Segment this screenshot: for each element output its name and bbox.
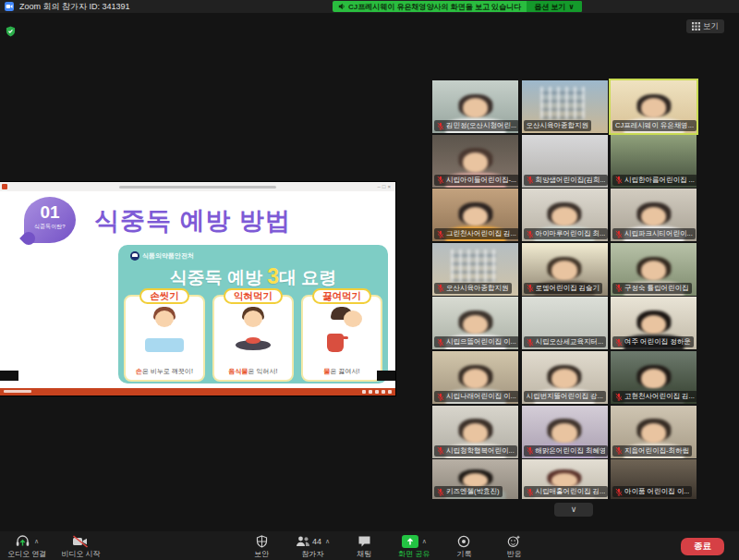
end-meeting-button[interactable]: 종료 (681, 538, 724, 555)
participant-tile[interactable]: 그린천사어린이집 김... (432, 189, 518, 241)
chat-button[interactable]: 채팅 (348, 534, 380, 559)
building-facade (451, 250, 495, 282)
participant-tile[interactable]: 로뎀어린이집 김슬기 (522, 243, 608, 296)
more-participants-button[interactable]: ∨ (554, 503, 593, 517)
join-audio-button[interactable]: ∧ 오디오 연결 (7, 534, 46, 559)
banner-options-button[interactable]: 옵션 보기 ∨ (527, 1, 582, 12)
participant-tile[interactable]: 오산시육아종합지원 (432, 243, 518, 296)
participant-name: 시립아이들어린이집-... (446, 176, 516, 185)
participant-tile[interactable]: 지음어린이집-최하림 (611, 406, 697, 458)
participant-tile[interactable]: 구정숙 튤립어린이집 (611, 243, 697, 296)
share-options-caret[interactable]: ∧ (422, 538, 427, 545)
participant-tile[interactable]: 고현천사어린이집 김... (611, 351, 697, 404)
participant-name-label: 시립매홀어린이집 김... (524, 486, 608, 497)
participant-tile[interactable]: 시립오산세교육지터... (522, 297, 608, 349)
person-silhouette (641, 315, 667, 335)
mic-muted-icon (527, 176, 534, 184)
person-silhouette (551, 369, 577, 389)
reactions-button[interactable]: 반응 (498, 534, 529, 559)
security-label: 보안 (254, 549, 269, 559)
agency-logo-icon (130, 251, 139, 261)
participant-tile[interactable]: 시립청학행복어린이... (432, 406, 518, 458)
zoom-meeting-window: Zoom 회의 참가자 ID: 341391 CJ프레시웨이 유은채영양사의 화… (0, 0, 739, 560)
participant-name: 시립한아름어린이집 ... (624, 176, 695, 185)
participant-tile[interactable]: 김민정(오산시청어린... (432, 80, 518, 133)
tip-caption: 손은 비누로 깨끗이! (126, 367, 203, 376)
participant-name: 지음어린이집-최하림 (624, 446, 689, 456)
participant-tile[interactable]: 오산시육아종합지원 (522, 80, 608, 133)
security-button[interactable]: 보안 (246, 534, 277, 559)
participant-tile[interactable]: 아이마루어린이집 최... (522, 189, 608, 241)
mic-muted-icon (437, 230, 444, 238)
participant-tile[interactable]: 시립매홀어린이집 김... (522, 459, 608, 499)
mic-muted-icon (615, 230, 623, 238)
shield-icon (256, 535, 268, 548)
participant-tile[interactable]: 시립한아름어린이집 ... (611, 135, 697, 188)
participant-count: 44 (312, 537, 321, 546)
agency-name: 식품의약품안전처 (142, 251, 194, 261)
participant-name: CJ프레시웨이 유은채영... (615, 121, 694, 130)
participant-tile[interactable]: CJ프레시웨이 유은채영... (611, 80, 697, 133)
person-silhouette (551, 207, 577, 227)
participant-tile[interactable]: 여주 어린이집 정하운 (611, 297, 697, 349)
view-button[interactable]: 보기 (686, 19, 724, 33)
person-silhouette (641, 98, 667, 118)
participant-name-label: 키즈엔젤(박효진) (434, 486, 503, 497)
participant-tile[interactable]: 시립나래어린이집 이... (432, 351, 518, 404)
participant-name: 시립청학행복어린이... (446, 446, 515, 456)
screen-share-banner: CJ프레시웨이 유은채영양사의 화면을 보고 있습니다 옵션 보기 ∨ (333, 1, 582, 12)
participant-tile[interactable]: 시립번지뜰어린이집 강... (522, 351, 608, 404)
participants-button[interactable]: 44 ∧ 참가자 (296, 534, 330, 559)
window-controls: –□× (378, 182, 393, 191)
mic-muted-icon (527, 488, 534, 496)
participant-name-label: 아이품 어린이집 이... (612, 486, 692, 497)
banner-text: CJ프레시웨이 유은채영양사의 화면을 보고 있습니다 (348, 2, 521, 12)
participant-name-label: 김민정(오산시청어린... (434, 120, 518, 131)
mic-muted-icon (615, 446, 623, 455)
person-silhouette (641, 207, 667, 227)
caption-rest: 은 비누로 깨끗이! (142, 368, 193, 374)
participant-tile[interactable]: 시립으뜸어린이집 이... (432, 297, 518, 349)
participant-tile[interactable]: 해맑은어린이집 최혜영 (522, 406, 608, 458)
tip-label: 손씻기 (139, 288, 189, 304)
participant-name-label: 희망샘어린이집(김희... (524, 175, 608, 186)
mic-muted-icon (437, 338, 444, 347)
participant-name-label: 시립번지뜰어린이집 강... (524, 391, 606, 402)
participant-tile[interactable]: 시립아이들어린이집-... (432, 135, 518, 188)
cooking-illustration (214, 306, 292, 354)
start-video-label: 비디오 시작 (61, 549, 100, 559)
start-video-button[interactable]: 비디오 시작 (61, 534, 100, 559)
participant-tile[interactable]: 희망샘어린이집(김희... (522, 135, 608, 188)
share-screen-button[interactable]: ∧ 화면 공유 (398, 534, 430, 559)
share-screen-label: 화면 공유 (398, 549, 430, 559)
participants-options-caret[interactable]: ∧ (325, 538, 330, 545)
person-silhouette (551, 261, 577, 281)
audio-options-caret[interactable]: ∧ (34, 538, 39, 545)
participant-name-label: 오산시육아종합지원 (524, 120, 592, 131)
caption-em: 물 (324, 368, 331, 374)
participant-name: 아이품 어린이집 이... (624, 487, 689, 496)
participant-name: 여주 어린이집 정하운 (624, 337, 691, 347)
participant-tile[interactable]: 시립파크시티어린이... (611, 189, 697, 241)
record-button[interactable]: 기록 (448, 534, 479, 559)
participant-name-label: 지음어린이집-최하림 (612, 445, 692, 457)
caption-rest: 은 익혀서! (248, 368, 278, 374)
participant-name: 김민정(오산시청어린... (446, 121, 516, 130)
view-button-label: 보기 (703, 21, 719, 32)
banner-options-label: 옵션 보기 (534, 2, 565, 12)
window-titlebar: Zoom 회의 참가자 ID: 341391 CJ프레시웨이 유은채영양사의 화… (0, 0, 739, 13)
person-silhouette (641, 261, 667, 281)
participant-name: 시립나래어린이집 이... (446, 392, 516, 401)
powerpoint-app-icon (2, 184, 7, 189)
participant-name: 희망샘어린이집(김희... (535, 176, 605, 185)
participant-name-label: 해맑은어린이집 최혜영 (524, 445, 608, 457)
handwash-illustration (126, 306, 203, 354)
participant-name-label: 시립으뜸어린이집 이... (434, 336, 518, 347)
participant-tile[interactable]: 아이품 어린이집 이... (611, 459, 697, 499)
participants-icon (296, 535, 310, 547)
building-facade (540, 87, 585, 119)
close-icon: × (387, 184, 393, 189)
participant-name: 시립번지뜰어린이집 강... (527, 392, 603, 401)
person-silhouette (463, 98, 489, 118)
participant-tile[interactable]: 키즈엔젤(박효진) (432, 459, 518, 499)
